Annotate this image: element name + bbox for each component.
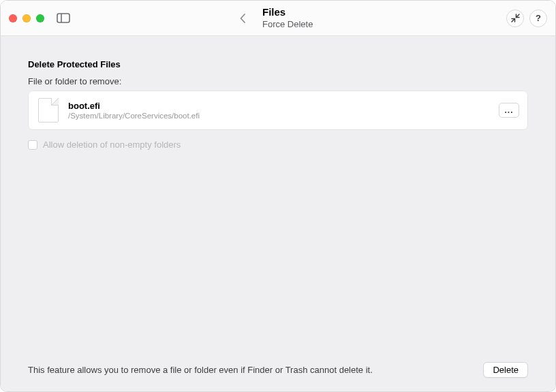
- minimize-window-button[interactable]: [22, 14, 31, 22]
- window-subtitle: Force Delete: [262, 19, 313, 30]
- file-row: boot.efi /System/Library/CoreServices/bo…: [28, 91, 528, 130]
- allow-nonempty-label: Allow deletion of non-empty folders: [43, 140, 181, 150]
- svg-rect-0: [57, 14, 70, 22]
- titlebar: Files Force Delete ?: [1, 1, 555, 36]
- delete-button[interactable]: Delete: [483, 362, 528, 378]
- file-name: boot.efi: [68, 101, 489, 111]
- allow-nonempty-checkbox: [28, 140, 37, 150]
- toggle-sidebar-button[interactable]: [54, 11, 73, 26]
- file-path: /System/Library/CoreServices/boot.efi: [68, 112, 489, 120]
- window-title: Files: [262, 6, 285, 18]
- footer: This feature allows you to remove a file…: [28, 354, 528, 378]
- spacer: [28, 150, 528, 354]
- help-icon: ?: [536, 13, 541, 23]
- content-area: Delete Protected Files File or folder to…: [1, 36, 555, 391]
- window-controls: [9, 14, 44, 22]
- chevron-left-icon: [240, 14, 246, 23]
- back-button[interactable]: [235, 11, 250, 26]
- close-window-button[interactable]: [9, 14, 17, 22]
- app-window: Files Force Delete ? Delete Protected Fi…: [0, 0, 556, 392]
- ellipsis-icon: ...: [504, 106, 513, 114]
- collapse-icon: [511, 14, 520, 22]
- file-texts: boot.efi /System/Library/CoreServices/bo…: [68, 101, 489, 120]
- titlebar-center: Files Force Delete: [78, 6, 501, 30]
- file-icon: [38, 98, 59, 122]
- collapse-button[interactable]: [506, 10, 524, 27]
- help-button[interactable]: ?: [529, 10, 547, 27]
- allow-nonempty-row: Allow deletion of non-empty folders: [28, 140, 528, 150]
- field-label: File or folder to remove:: [28, 76, 528, 86]
- zoom-window-button[interactable]: [36, 14, 44, 22]
- footer-hint: This feature allows you to remove a file…: [28, 365, 475, 375]
- sidebar-icon: [57, 13, 70, 23]
- titlebar-right: ?: [506, 10, 547, 27]
- browse-button[interactable]: ...: [499, 103, 519, 118]
- section-title: Delete Protected Files: [28, 59, 528, 69]
- titlebar-titles: Files Force Delete: [262, 6, 344, 30]
